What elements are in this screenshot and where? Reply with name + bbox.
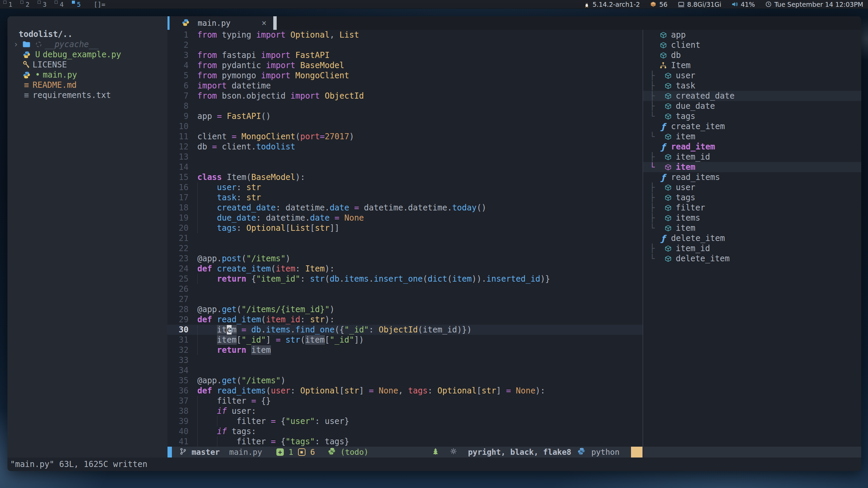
tree-item-main.py[interactable]: •main.py bbox=[7, 70, 167, 80]
code-line-35[interactable]: 35@app.get("/items") bbox=[167, 375, 643, 386]
code-line-26[interactable]: 26 bbox=[167, 284, 643, 294]
outline-item-delete_item[interactable]: ƒdelete_item bbox=[643, 233, 861, 243]
code-line-15[interactable]: 15class Item(BaseModel): bbox=[167, 172, 643, 182]
code-token: = bbox=[271, 437, 276, 446]
chevron-right-icon[interactable]: › bbox=[12, 40, 20, 49]
code-line-38[interactable]: 38if user: bbox=[167, 406, 643, 416]
outline-label: db bbox=[670, 50, 681, 60]
code-line-5[interactable]: 5from pymongo import MongoClient bbox=[167, 70, 643, 81]
code-token: import bbox=[261, 71, 291, 80]
code-line-8[interactable]: 8 bbox=[167, 101, 643, 111]
outline-item-item[interactable]: └item bbox=[643, 131, 861, 142]
code-line-17[interactable]: 17task: str bbox=[167, 192, 643, 203]
code-line-16[interactable]: 16user: str bbox=[167, 182, 643, 192]
outline-item-due_date[interactable]: ├due_date bbox=[643, 101, 861, 111]
code-line-36[interactable]: 36def read_items(user: Optional[str] = N… bbox=[167, 386, 643, 396]
code-line-6[interactable]: 6import datetime bbox=[167, 81, 643, 91]
tree-item-__pycache__[interactable]: ›__pycache__ bbox=[7, 39, 167, 49]
outline-item-user[interactable]: ├user bbox=[643, 70, 861, 81]
txt-lines-icon: ≡ bbox=[20, 91, 33, 99]
line-number: 41 bbox=[167, 436, 189, 447]
code-line-11[interactable]: 11client = MongoClient(port=27017) bbox=[167, 131, 643, 142]
code-line-12[interactable]: 12db = client.todolist bbox=[167, 142, 643, 152]
code-line-24[interactable]: 24def create_item(item: Item): bbox=[167, 264, 643, 274]
status-item: 5.14.2-arch1-2 bbox=[584, 1, 640, 8]
code-line-30[interactable]: 30item = db.items.find_one({"_id": Objec… bbox=[167, 325, 643, 335]
outline-item-db[interactable]: db bbox=[643, 50, 861, 60]
outline-item-delete_item[interactable]: └delete_item bbox=[643, 253, 861, 264]
code-line-22[interactable]: 22 bbox=[167, 243, 643, 253]
outline-item-Item[interactable]: Item bbox=[643, 60, 861, 70]
tree-item-debug_example.py[interactable]: Udebug_example.py bbox=[7, 49, 167, 60]
outline-item-items[interactable]: ├items bbox=[643, 213, 861, 223]
outline-label: items bbox=[674, 213, 700, 223]
code-line-10[interactable]: 10 bbox=[167, 121, 643, 131]
workspace-3[interactable]: 3 bbox=[38, 0, 46, 9]
code-token bbox=[246, 325, 251, 334]
code-line-29[interactable]: 29def read_item(item_id: str): bbox=[167, 314, 643, 325]
outline-item-app[interactable]: app bbox=[643, 30, 861, 40]
code-line-34[interactable]: 34 bbox=[167, 365, 643, 375]
code-line-19[interactable]: 19due_date: datetime.date = None bbox=[167, 213, 643, 223]
code-line-37[interactable]: 37filter = {} bbox=[167, 396, 643, 406]
code-line-4[interactable]: 4from pydantic import BaseModel bbox=[167, 60, 643, 70]
outline-item-filter[interactable]: ├filter bbox=[643, 203, 861, 213]
code-line-18[interactable]: 18created_date: datetime.date = datetime… bbox=[167, 203, 643, 213]
tree-item-requirements.txt[interactable]: ≡requirements.txt bbox=[7, 90, 167, 100]
outline-item-user[interactable]: ├user bbox=[643, 182, 861, 192]
outline-item-read_items[interactable]: ƒread_items bbox=[643, 172, 861, 182]
status-item: 56 bbox=[650, 1, 667, 8]
code-line-39[interactable]: 39filter = {"user": user} bbox=[167, 416, 643, 426]
code-line-2[interactable]: 2 bbox=[167, 40, 643, 50]
code-line-40[interactable]: 40if tags: bbox=[167, 426, 643, 436]
code-line-32[interactable]: 32return item bbox=[167, 345, 643, 355]
code-line-41[interactable]: 41filter = {"tags": tags} bbox=[167, 436, 643, 447]
code-line-20[interactable]: 20tags: Optional[List[str]] bbox=[167, 223, 643, 233]
venv-python-icon bbox=[328, 447, 336, 457]
code-line-31[interactable]: 31item["_id"] = str(item["_id"]) bbox=[167, 335, 643, 345]
outline-label: tags bbox=[674, 111, 695, 121]
workspace-5[interactable]: 5 bbox=[72, 0, 81, 9]
file-name: README.md bbox=[33, 80, 77, 90]
code-line-28[interactable]: 28@app.get("/items/{item_id}") bbox=[167, 304, 643, 314]
cube-icon bbox=[662, 204, 674, 211]
code-line-33[interactable]: 33 bbox=[167, 355, 643, 365]
outline-item-item_id[interactable]: ├item_id bbox=[643, 243, 861, 253]
indent-guide bbox=[197, 182, 217, 192]
code-line-7[interactable]: 7from bson.objectid import ObjectId bbox=[167, 91, 643, 101]
outline-item-item_id[interactable]: ├item_id bbox=[643, 152, 861, 162]
line-number: 16 bbox=[167, 182, 189, 192]
indent-guide bbox=[197, 426, 217, 436]
tree-item-LICENSE[interactable]: LICENSE bbox=[7, 60, 167, 70]
outline-item-created_date[interactable]: ├created_date bbox=[643, 91, 861, 101]
workspace-1[interactable]: 1 bbox=[3, 0, 12, 9]
outline-item-client[interactable]: client bbox=[643, 40, 861, 50]
outline-item-tags[interactable]: └tags bbox=[643, 111, 861, 121]
code-line-27[interactable]: 27 bbox=[167, 294, 643, 304]
outline-item-task[interactable]: ├task bbox=[643, 81, 861, 91]
code-line-14[interactable]: 14 bbox=[167, 162, 643, 172]
outline-item-item[interactable]: └item bbox=[643, 162, 861, 172]
close-icon[interactable]: × bbox=[262, 18, 267, 28]
code-editor[interactable]: 1from typing import Optional, List23from… bbox=[167, 30, 643, 447]
outline-item-read_item[interactable]: ƒread_item bbox=[643, 142, 861, 152]
outline-item-create_item[interactable]: ƒcreate_item bbox=[643, 121, 861, 131]
outline-item-item[interactable]: └item bbox=[643, 223, 861, 233]
line-number: 22 bbox=[167, 243, 189, 253]
code-token: return bbox=[217, 345, 246, 355]
code-line-25[interactable]: 25return {"item_id": str(db.items.insert… bbox=[167, 274, 643, 284]
code-line-23[interactable]: 23@app.post("/items") bbox=[167, 253, 643, 264]
venv-name: (todo) bbox=[340, 448, 369, 456]
tree-item-README.md[interactable]: ≡README.md bbox=[7, 80, 167, 90]
code-token: create_item bbox=[212, 264, 271, 273]
code-line-9[interactable]: 9app = FastAPI() bbox=[167, 111, 643, 121]
code-line-3[interactable]: 3from fastapi import FastAPI bbox=[167, 50, 643, 60]
workspace-2[interactable]: 2 bbox=[20, 0, 29, 9]
tab-main-py[interactable]: main.py × bbox=[170, 16, 273, 30]
outline-item-tags[interactable]: ├tags bbox=[643, 192, 861, 203]
code-line-13[interactable]: 13 bbox=[167, 152, 643, 162]
file-tree-root[interactable]: todolist/.. bbox=[7, 29, 167, 39]
code-line-1[interactable]: 1from typing import Optional, List bbox=[167, 30, 643, 40]
code-line-21[interactable]: 21 bbox=[167, 233, 643, 243]
workspace-4[interactable]: 4 bbox=[55, 0, 63, 9]
